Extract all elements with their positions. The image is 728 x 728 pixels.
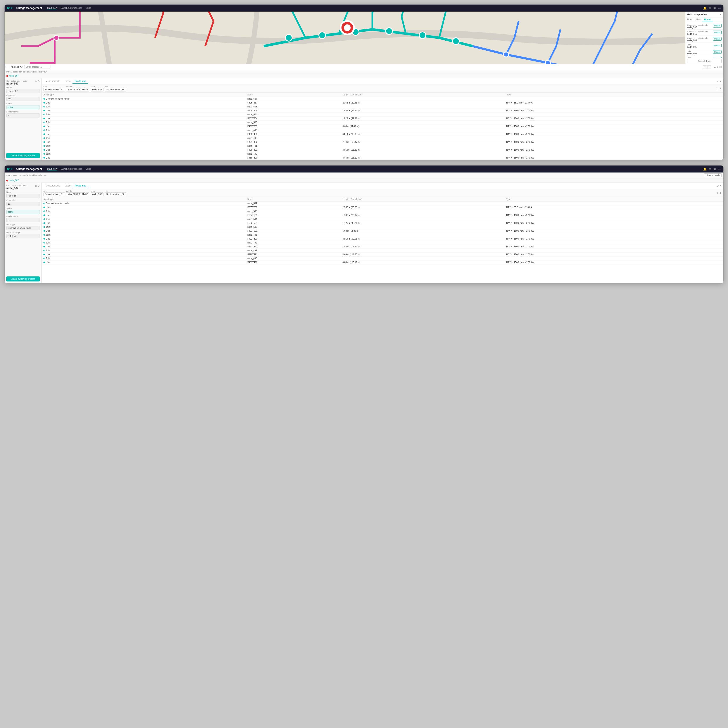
breadcrumb-node-name[interactable]: node_567 — [9, 75, 19, 77]
breadcrumb-node-name-2[interactable]: node_567 — [9, 179, 19, 182]
field-external-id: External ID 567 — [6, 95, 40, 101]
address-type-select[interactable]: Address — [9, 65, 23, 69]
filter-feeder-value-2: tr2w_1638_F19T482 — [66, 193, 89, 196]
create-switching-btn[interactable]: Create switching process — [6, 153, 40, 158]
details-btn-1[interactable]: Details — [713, 24, 722, 28]
sort-icon-2[interactable]: ⇅ — [716, 192, 719, 194]
table-row: LineF491T4927.44 m (106.47 m)NAYY - 150.… — [42, 140, 723, 144]
grid-row-3: Connection object node node_569 Details — [685, 36, 723, 43]
nav-map-view-2[interactable]: Map view — [47, 167, 57, 171]
tab-measurements[interactable]: Measurements — [43, 79, 62, 84]
more-icon[interactable]: ⋯ — [718, 6, 721, 10]
svg-point-10 — [503, 52, 509, 57]
route-table: Asset type Name Length (Cumulative) Type… — [42, 93, 723, 160]
close-all-top-btn[interactable]: Close all details — [704, 173, 722, 177]
tab-nodes[interactable]: Nodes — [702, 17, 713, 22]
nav-switching-2[interactable]: Switching processes — [61, 167, 82, 171]
grid-row-4: Joint node_505 Details — [685, 43, 723, 49]
grid-icon-2[interactable]: ⊞ — [713, 167, 716, 171]
details-btn-2[interactable]: Details — [713, 31, 722, 34]
zoom-in-btn[interactable]: + — [707, 65, 711, 69]
tab-lines[interactable]: Lines — [685, 17, 694, 22]
filter-icons-2: ⇅ ⬇ — [716, 192, 722, 194]
table-row: Jointnode_490 — [42, 257, 723, 260]
close-btn-2[interactable]: ✕ — [720, 185, 722, 187]
grid-preview-rows: Connection object node node_567 Details … — [685, 22, 723, 58]
nav-switching[interactable]: Switching processes — [61, 6, 82, 10]
expand-btn-2[interactable]: ⤢ — [717, 185, 719, 187]
bell-icon-2[interactable]: 🔔 — [703, 167, 707, 171]
field-nominal-voltage: Nominal voltage 0.400 kV — [6, 231, 40, 238]
copy-icon[interactable]: ⧉ — [35, 80, 37, 83]
map-notice-2: Max. 7 assets can be displayed in detail… — [6, 174, 46, 176]
create-switching-btn-2[interactable]: Create switching process — [6, 277, 40, 281]
nav-map-view[interactable]: Map view — [47, 6, 57, 10]
zoom-out-btn[interactable]: − — [703, 65, 707, 69]
mail-icon-2[interactable]: ✉ — [709, 167, 711, 171]
table-row: Connection object nodenode_567 — [42, 97, 723, 101]
table-row: Jointnode_491 — [42, 249, 723, 252]
settings-icon-2[interactable]: ⚙ — [38, 185, 40, 187]
filter-start-2: Start node_567 — [90, 190, 104, 196]
details-btn-5[interactable]: Details — [713, 50, 722, 54]
tab-sites[interactable]: Sites — [694, 17, 702, 22]
node-title-2: node_567 — [6, 187, 27, 190]
svg-point-2 — [319, 32, 326, 39]
back-icon[interactable]: ‹ — [6, 66, 7, 68]
table-row: LineF489T4904.86 m (116.19 m)NAYY - 150.… — [42, 156, 723, 160]
filter-grid: Grid Schleckheimer_Str — [43, 86, 65, 92]
download-icon[interactable]: ⬇ — [720, 87, 722, 90]
table-row: LineF490T4914.86 m (111.33 m)NAYY - 150.… — [42, 252, 723, 257]
filter-feeder: Feeder tr2w_1638_F19T482 — [66, 86, 89, 92]
settings-icon[interactable]: ⚙ — [38, 80, 40, 83]
feeder-name-value-2: – — [6, 218, 40, 222]
expand-btn[interactable]: ⤢ — [717, 80, 719, 83]
window-1: IGP Outage Management Map view Switching… — [5, 5, 723, 160]
table-row: Jointnode_491 — [42, 144, 723, 148]
field-name-2: Name node_567 — [6, 191, 40, 198]
details-btn-3[interactable]: Details — [713, 37, 722, 41]
tab-loads-2[interactable]: Loads — [62, 184, 72, 188]
tab-measurements-2[interactable]: Measurements — [43, 184, 62, 188]
download-icon-2[interactable]: ⬇ — [720, 192, 722, 194]
address-input[interactable] — [24, 65, 50, 69]
svg-point-6 — [453, 38, 459, 44]
filter-feeder-value: tr2w_1638_F19T482 — [66, 88, 89, 92]
table-row: LineF490T4914.86 m (111.33 m)NAYY - 150.… — [42, 148, 723, 152]
filter-start-value: node_567 — [90, 88, 104, 92]
close-all-details-btn[interactable]: Close all details — [687, 59, 722, 63]
nav-grids-2[interactable]: Grids — [86, 167, 91, 171]
bell-icon[interactable]: 🔔 — [703, 6, 707, 10]
field-node-type: Node type Connection object node — [6, 223, 40, 230]
right-panel: Measurements Loads Route map ⤢ ✕ Grid Sc… — [42, 78, 723, 160]
list-view-icon[interactable]: ☰ — [714, 66, 716, 68]
nav-grids[interactable]: Grids — [86, 6, 91, 10]
table-row: Jointnode_505 — [42, 105, 723, 109]
right-panel-header: Measurements Loads Route map ⤢ ✕ — [42, 78, 723, 85]
filter-end: End Schleckheimer_Str — [105, 86, 126, 92]
grid-preview-header: Grid data preview ✕ — [685, 12, 723, 17]
close-btn[interactable]: ✕ — [720, 80, 722, 83]
mail-icon[interactable]: ✉ — [709, 6, 711, 10]
more-icon-2[interactable]: ⋯ — [718, 167, 721, 171]
tab-route-map-2[interactable]: Route map — [72, 184, 88, 188]
details-btn-4[interactable]: Details — [713, 44, 722, 47]
tab-loads[interactable]: Loads — [62, 79, 72, 84]
map-layers-icon[interactable]: ⧉ — [717, 66, 718, 68]
grid-row-5: Joint node_504 Details — [685, 49, 723, 56]
print-icon[interactable]: ⬜ — [719, 66, 722, 68]
grid-preview-close-btn[interactable]: ✕ — [719, 13, 722, 16]
table-row: LineF493T5035.68 m (54.89 m)NAYY - 150.0… — [42, 124, 723, 128]
copy-icon-2[interactable]: ⧉ — [35, 185, 37, 187]
status-value-2: active — [6, 210, 40, 214]
grid-preview-panel: Grid data preview ✕ Lines Sites Nodes Co… — [685, 12, 723, 64]
grid-icon[interactable]: ⊞ — [713, 6, 716, 10]
tab-route-map[interactable]: Route map — [72, 79, 88, 84]
map-background: © 2020 HERE, IGN, Deutschland — [5, 12, 723, 64]
table-row: Jointnode_493 — [42, 128, 723, 132]
table-row: LineF493T5035.68 m (54.89 m)NAYY - 150.0… — [42, 229, 723, 233]
node-title: node_567 — [6, 82, 27, 85]
field-status-2: Status active — [6, 207, 40, 214]
sort-icon[interactable]: ⇅ — [716, 87, 719, 90]
col-length: Length (Cumulative) — [341, 93, 505, 97]
